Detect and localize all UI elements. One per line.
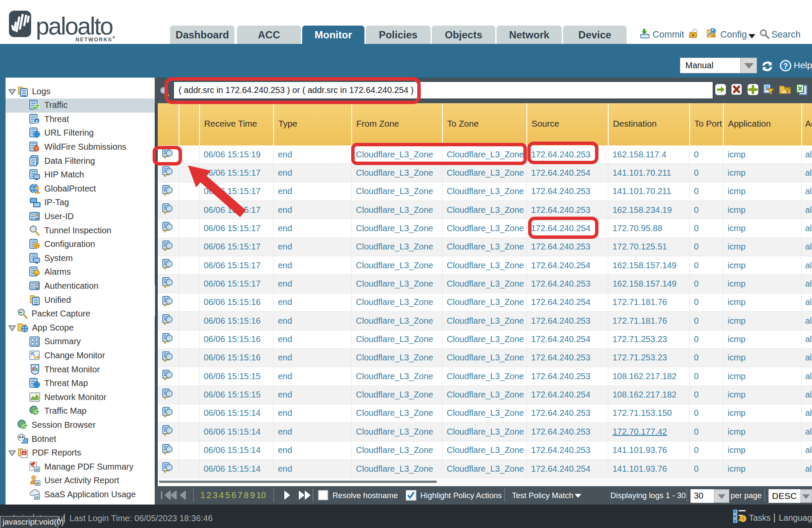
svg-text:?: ? <box>783 62 788 70</box>
svg-text:A: A <box>23 451 26 455</box>
svg-text:x: x <box>35 118 38 123</box>
svg-text:A: A <box>31 464 34 468</box>
